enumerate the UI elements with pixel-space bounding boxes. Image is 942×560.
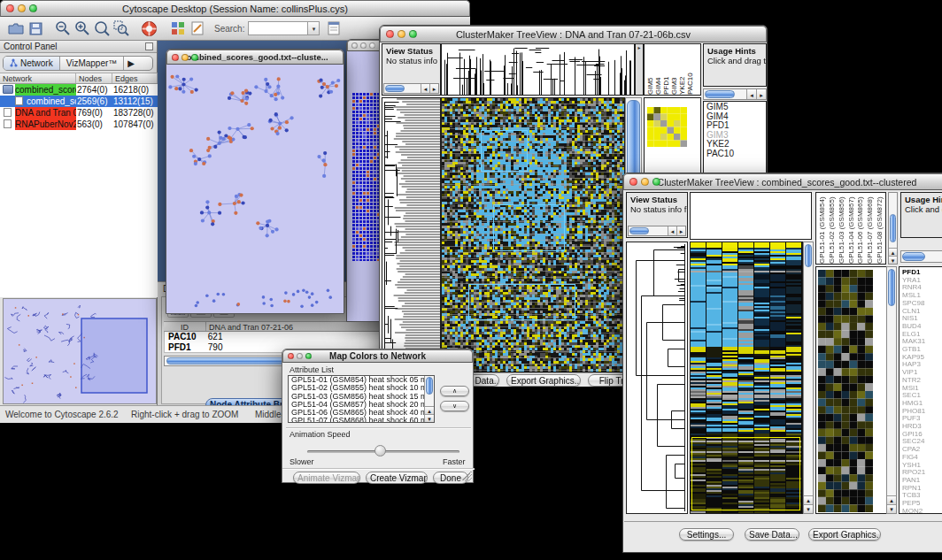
- scrollbar-thumb[interactable]: [705, 90, 735, 98]
- scroll-down-icon[interactable]: ▾: [804, 504, 813, 513]
- zoom-out-icon[interactable]: [54, 19, 72, 37]
- report-icon[interactable]: [325, 19, 343, 37]
- move-up-button[interactable]: ∧: [440, 386, 469, 396]
- minimize-icon[interactable]: [18, 4, 26, 12]
- tv1-gene-item[interactable]: GIM5: [704, 103, 766, 112]
- scroll-up-icon[interactable]: ▴: [804, 495, 813, 504]
- action-button[interactable]: Save Data...: [745, 528, 799, 541]
- tv2-column-label[interactable]: GPL51-03 (GSM856): [838, 193, 847, 264]
- resize-grip[interactable]: [462, 472, 472, 481]
- scrollbar-thumb[interactable]: [902, 252, 925, 261]
- tv1-column-label[interactable]: GIM4: [654, 44, 662, 95]
- network-row[interactable]: combined_sco 2569(6) 13112(15): [0, 96, 158, 107]
- move-down-button[interactable]: ∨: [440, 401, 469, 411]
- help-icon[interactable]: [140, 19, 158, 37]
- zoom-window-icon[interactable]: [369, 42, 375, 49]
- network1-title-bar[interactable]: combined_scores_good.txt--cluste...: [166, 50, 344, 65]
- scroll-down-icon[interactable]: ▾: [887, 504, 896, 513]
- animation-speed-slider[interactable]: [307, 445, 459, 457]
- minimize-icon[interactable]: [181, 54, 189, 61]
- tv1-gene-item[interactable]: PAC10: [704, 150, 766, 159]
- treeview1-title-bar[interactable]: ClusterMaker TreeView : DNA and Tran 07-…: [380, 26, 767, 42]
- tv1-column-label[interactable]: GIM5: [646, 44, 654, 95]
- zoom-window-icon[interactable]: [305, 353, 312, 359]
- network-graph-view[interactable]: [166, 65, 344, 313]
- tv1-scroll-strip[interactable]: ▸: [635, 43, 644, 96]
- tv2-column-label[interactable]: GPL51-04 (GSM857): [847, 193, 857, 264]
- action-button[interactable]: Settings...: [679, 528, 734, 541]
- search-input[interactable]: [248, 21, 308, 35]
- dialog-title-bar[interactable]: Map Colors to Network: [282, 349, 473, 363]
- scroll-right-icon[interactable]: ▸: [676, 226, 685, 236]
- vizmapper-icon[interactable]: [169, 19, 187, 37]
- tv2-column-label[interactable]: GPL51-08 (GSM872): [876, 193, 885, 264]
- slider-thumb[interactable]: [374, 445, 386, 456]
- tv1-row-dendrogram[interactable]: [382, 98, 440, 372]
- close-icon[interactable]: [6, 4, 14, 12]
- minimize-icon[interactable]: [641, 178, 649, 186]
- control-panel-tab[interactable]: Network: [4, 57, 60, 70]
- tv1-gene-item[interactable]: PFD1: [704, 121, 766, 131]
- treeview2-title-bar[interactable]: ClusterMaker TreeView : combined_scores_…: [623, 173, 942, 190]
- tv2-column-label[interactable]: GPL51-07 (GSM868): [866, 193, 876, 264]
- zoom-window-icon[interactable]: [652, 178, 660, 186]
- tv2-status-hscrollbar[interactable]: ◂▸: [628, 226, 686, 236]
- scrollbar-thumb[interactable]: [890, 214, 896, 242]
- attribute-list-vscrollbar[interactable]: ▴▾: [424, 376, 434, 422]
- network-row[interactable]: RNAPuberNov2+I 563(0) 107847(0): [0, 119, 158, 130]
- scroll-right-icon[interactable]: ▸: [429, 84, 438, 94]
- scroll-left-icon[interactable]: ◂: [746, 89, 756, 100]
- open-session-icon[interactable]: [7, 19, 25, 37]
- network-overview-thumbnail[interactable]: [3, 298, 157, 404]
- zoom-selected-icon[interactable]: [112, 19, 130, 37]
- minimize-icon[interactable]: [398, 30, 405, 38]
- minimize-icon[interactable]: [297, 353, 303, 359]
- scroll-down-icon[interactable]: ▾: [425, 414, 434, 422]
- tv1-heatmap[interactable]: [442, 98, 624, 372]
- action-button[interactable]: Export Graphics...: [808, 528, 881, 541]
- tv2-column-dendrogram-panel[interactable]: [690, 192, 812, 240]
- scroll-up-icon[interactable]: ▴: [425, 406, 434, 414]
- zoom-window-icon[interactable]: [29, 4, 37, 12]
- animate-vizmap-button[interactable]: Animate Vizmap: [293, 472, 360, 484]
- tv2-labels-vscrollbar[interactable]: ▴▾: [888, 192, 898, 265]
- zoom-window-icon[interactable]: [191, 54, 198, 61]
- close-icon[interactable]: [629, 178, 637, 186]
- tv2-list-vscrollbar[interactable]: ▴▾: [886, 266, 897, 514]
- network-row[interactable]: DNA and Tran 07 769(0) 183728(0): [0, 107, 158, 119]
- scroll-up-icon[interactable]: ▴: [889, 248, 897, 256]
- zoom-window-icon[interactable]: [409, 30, 417, 38]
- tv2-zoom-heatmap[interactable]: [818, 270, 873, 512]
- zoom-fit-icon[interactable]: [93, 19, 111, 37]
- control-panel-tab[interactable]: VizMapper™: [60, 57, 125, 70]
- scrollbar-thumb[interactable]: [629, 227, 649, 234]
- float-panel-icon[interactable]: [145, 42, 153, 50]
- close-icon[interactable]: [386, 30, 394, 38]
- scroll-left-icon[interactable]: ◂: [668, 226, 676, 236]
- tv2-column-label[interactable]: GPL51-01 (GSM854): [818, 193, 828, 264]
- scrollbar-thumb[interactable]: [805, 244, 812, 267]
- tv2-hints-hscrollbar[interactable]: [900, 250, 942, 263]
- scroll-up-icon[interactable]: ▴: [887, 495, 896, 504]
- scrollbar-thumb[interactable]: [888, 269, 895, 306]
- attribute-item[interactable]: GPL51-07 (GSM868) heat shock 60 min: [289, 417, 434, 423]
- tv1-column-label[interactable]: PAC10: [686, 44, 694, 95]
- create-vizmap-button[interactable]: Create Vizmap: [366, 472, 428, 484]
- close-icon[interactable]: [172, 54, 179, 61]
- tv1-hints-hscrollbar[interactable]: ◂▸: [703, 88, 767, 100]
- tv2-column-label[interactable]: GPL51-02 (GSM855): [828, 193, 838, 264]
- tv1-column-label[interactable]: PFD1: [662, 44, 670, 95]
- scroll-down-icon[interactable]: ▾: [889, 256, 897, 264]
- main-title-bar[interactable]: Cytoscape Desktop (Session Name: collins…: [0, 0, 470, 17]
- tv2-column-label[interactable]: GPL51-06 (GSM865): [856, 193, 866, 264]
- tv1-column-label[interactable]: YKE2: [678, 44, 686, 95]
- annotation-icon[interactable]: [189, 19, 206, 37]
- tv1-column-dendrogram[interactable]: [442, 44, 634, 95]
- tv1-column-label[interactable]: GIM3: [670, 44, 678, 95]
- tv2-heatmap-vscrollbar[interactable]: ▴▾: [803, 242, 814, 514]
- minimize-icon[interactable]: [360, 42, 367, 49]
- network-row[interactable]: combined_scores 2764(0) 16218(0): [0, 84, 158, 96]
- tv1-similarity-matrix[interactable]: [647, 107, 687, 147]
- action-button[interactable]: Export Graphics...: [506, 374, 581, 387]
- network-table-header[interactable]: Network Nodes Edges: [0, 73, 158, 84]
